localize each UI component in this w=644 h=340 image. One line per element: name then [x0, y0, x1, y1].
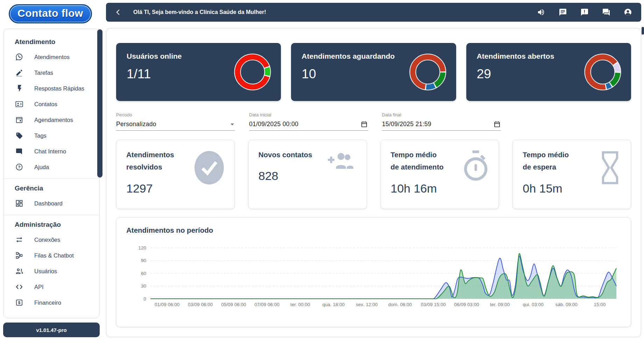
periodo-value: Personalizado: [116, 121, 156, 128]
sidebar-item-respostas-rapidas[interactable]: Respostas Rápidas: [3, 81, 99, 96]
svg-text:60: 60: [141, 271, 146, 276]
kpi-card-novos-contatos: Novos contatos828: [248, 140, 367, 209]
chevron-down-icon[interactable]: [230, 123, 234, 126]
sidebar-item-label: Filas & Chatbot: [34, 252, 74, 259]
donut-chart: [409, 53, 446, 91]
app-logo[interactable]: Contato flow: [9, 4, 92, 23]
svg-text:ter. 00:00: ter. 00:00: [290, 302, 310, 307]
sidebar-item-label: Financeiro: [34, 299, 61, 306]
check-circle-icon: [193, 150, 225, 187]
sidebar-item-tags[interactable]: Tags: [3, 128, 99, 144]
stat-card-atendimentos-aguardando: Atendimentos aguardando10: [291, 43, 456, 101]
svg-text:0: 0: [143, 296, 146, 302]
sidebar-item-label: API: [34, 284, 44, 290]
sidebar-item-atendimentos[interactable]: Atendimentos: [3, 49, 99, 65]
kpi-card-atendimentos-resolvidos: Atendimentosresolvidos1297: [116, 140, 235, 209]
sidebar-item-filas-e-chatbot[interactable]: Filas & Chatbot: [3, 248, 99, 263]
sidebar-item-usuarios[interactable]: Usuários: [3, 263, 99, 279]
filters-row: Período Personalizado Data inicial 01/09…: [116, 112, 631, 131]
chart-card: Atendimentos no período 030609012001/09 …: [116, 217, 631, 327]
data-inicial-input[interactable]: Data inicial 01/09/2025 00:00: [249, 112, 368, 131]
forum-icon[interactable]: [602, 8, 610, 16]
sidebar-item-api[interactable]: API: [3, 279, 99, 295]
kpi-card-tempo-medio-de-atendimento: Tempo médiode atendimento10h 16m: [381, 140, 499, 209]
chat-bubble-icon: [15, 147, 24, 156]
calendar-icon: [15, 115, 24, 124]
svg-text:07/09 06:00: 07/09 06:00: [254, 302, 279, 307]
svg-text:120: 120: [138, 245, 146, 251]
donut-chart: [584, 53, 621, 91]
sidebar-section-administracao: Administração: [3, 216, 99, 232]
svg-text:qui. 03:00: qui. 03:00: [523, 302, 543, 307]
sidebar-item-label: Dashboard: [34, 200, 63, 207]
swap-arrows-icon: [15, 235, 24, 244]
sidebar-item-label: Ajuda: [34, 164, 49, 171]
summary-cards-row: Usuários online1/11Atendimentos aguardan…: [116, 43, 631, 101]
sidebar-section-atendimento: Atendimento: [3, 33, 99, 49]
sidebar-item-dashboard[interactable]: Dashboard: [3, 196, 99, 211]
logo-area: Contato flow: [3, 3, 100, 25]
sidebar-item-label: Chat Interno: [34, 148, 66, 155]
sidebar-item-chat-interno[interactable]: Chat Interno: [3, 144, 99, 159]
sidebar-item-label: Tarefas: [34, 70, 53, 76]
sidebar-item-label: Atendimentos: [34, 54, 70, 60]
calendar-picker-icon[interactable]: [494, 121, 500, 128]
sidebar-item-financeiro[interactable]: $Financeiro: [3, 295, 99, 311]
svg-text:06/09 03:00: 06/09 03:00: [454, 302, 479, 307]
person-add-icon: [326, 150, 358, 174]
svg-text:sex. 12:00: sex. 12:00: [356, 302, 377, 307]
kpi-card-tempo-medio-de-espera: Tempo médiode espera0h 15m: [512, 140, 631, 209]
app-logo-text: Contato flow: [17, 7, 83, 19]
sidebar-item-contatos[interactable]: Contatos: [3, 96, 99, 112]
sidebar-item-label: Conexões: [34, 237, 60, 243]
svg-text:qua. 18:00: qua. 18:00: [322, 302, 345, 307]
svg-text:$: $: [18, 301, 21, 305]
users-icon: [15, 267, 24, 276]
dashboard-icon: [15, 199, 24, 208]
lightning-icon: [15, 84, 24, 93]
right-column: Olá TI, Seja bem-vindo a Clínica Saúde d…: [106, 3, 644, 337]
svg-text:30: 30: [141, 283, 146, 289]
account-icon[interactable]: [624, 8, 632, 16]
sidebar-item-conexoes[interactable]: Conexões: [3, 232, 99, 248]
contact-card-icon: [15, 100, 24, 109]
chat-lines-icon[interactable]: [559, 8, 567, 16]
greeting-text: Olá TI, Seja bem-vindo a Clínica Saúde d…: [133, 9, 266, 15]
sidebar-item-label: Tags: [34, 132, 47, 139]
periodo-label: Período: [116, 112, 235, 117]
sidebar-item-label: Agendamentos: [34, 117, 73, 123]
app-root: Contato flow AtendimentoAtendimentosTare…: [0, 0, 644, 340]
chevron-left-icon[interactable]: [114, 8, 123, 17]
pencil-icon: [15, 68, 24, 77]
sidebar-nav: AtendimentoAtendimentosTarefasRespostas …: [3, 29, 100, 319]
hourglass-icon: [599, 150, 622, 187]
data-final-value: 15/09/2025 21:59: [382, 121, 431, 128]
sidebar-item-label: Respostas Rápidas: [34, 85, 84, 92]
stat-card-usuarios-online: Usuários online1/11: [116, 43, 281, 101]
stat-card-atendimentos-abertos: Atendimentos abertos29: [466, 43, 631, 101]
sidebar-item-ajuda[interactable]: ?Ajuda: [3, 159, 99, 175]
svg-text:15:00: 15:00: [594, 302, 606, 307]
sidebar-item-agendamentos[interactable]: Agendamentos: [3, 112, 99, 128]
svg-text:90: 90: [141, 258, 146, 263]
feedback-icon[interactable]: [580, 8, 589, 16]
volume-icon[interactable]: [537, 8, 545, 16]
sidebar-divider: [3, 179, 99, 179]
kpi-card-value: 10h 16m: [391, 182, 489, 195]
data-final-input[interactable]: Data final 15/09/2025 21:59: [382, 112, 501, 131]
calendar-picker-icon[interactable]: [361, 121, 367, 128]
flow-tree-icon: [15, 251, 24, 260]
svg-text:?: ?: [18, 165, 20, 169]
svg-text:03/09 06:00: 03/09 06:00: [188, 302, 213, 307]
dollar-box-icon: $: [15, 298, 24, 307]
svg-text:dom. 06:00: dom. 06:00: [388, 302, 412, 307]
svg-text:05/09 06:00: 05/09 06:00: [221, 302, 246, 307]
periodo-select[interactable]: Período Personalizado: [116, 112, 235, 131]
data-final-label: Data final: [382, 112, 501, 117]
main-scrollbar-thumb[interactable]: [642, 27, 644, 35]
svg-text:ter. 09:00: ter. 09:00: [490, 302, 510, 307]
greeting-company: Clínica Saúde da Mulher!: [199, 9, 266, 15]
svg-text:03/09 15:00: 03/09 15:00: [421, 302, 446, 307]
sidebar-scrollbar-thumb[interactable]: [97, 29, 102, 178]
sidebar-item-tarefas[interactable]: Tarefas: [3, 65, 99, 81]
